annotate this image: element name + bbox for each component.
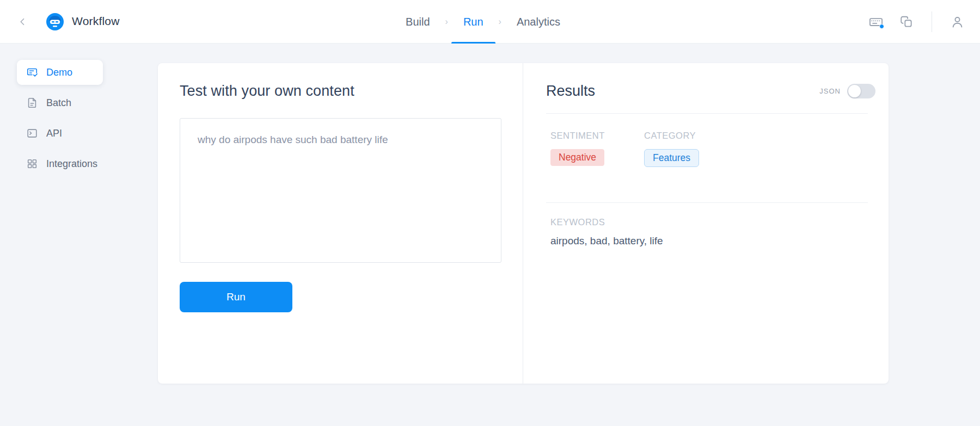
keywords-label: KEYWORDS (550, 217, 605, 227)
tab-run[interactable]: Run (451, 0, 495, 44)
tab-analytics[interactable]: Analytics (505, 0, 572, 44)
category-label: CATEGORY (644, 131, 699, 141)
main-card: Test with your own content why do airpod… (158, 63, 889, 384)
breadcrumb: Build › Run › Analytics (394, 0, 572, 44)
test-content-input[interactable]: why do airpods have such bad battery lif… (180, 118, 501, 263)
copy-workflow-button[interactable] (897, 12, 916, 32)
batch-document-icon (26, 97, 38, 109)
app-logo-icon (46, 13, 64, 31)
user-account-button[interactable] (947, 12, 967, 32)
results-panel: Results JSON SENTIMENT Negative CATEGORY… (523, 63, 889, 384)
sidebar: Demo Batch API (17, 60, 103, 182)
chevron-right-icon: › (499, 17, 501, 27)
notification-dot (879, 24, 884, 29)
chevron-right-icon: › (445, 17, 448, 27)
test-panel: Test with your own content why do airpod… (158, 63, 523, 384)
json-toggle-knob (848, 85, 861, 97)
sentiment-value-badge: Negative (550, 149, 604, 166)
json-toggle[interactable] (847, 84, 875, 98)
header-divider (932, 11, 932, 32)
test-panel-heading: Test with your own content (180, 83, 354, 100)
app-header: Workflow Build › Run › Analytics (0, 0, 980, 44)
keyboard-shortcuts-button[interactable] (866, 12, 886, 32)
keywords-value: airpods, bad, battery, life (550, 235, 663, 247)
category-value-badge: Features (644, 149, 699, 167)
run-button[interactable]: Run (180, 282, 292, 312)
tab-build[interactable]: Build (394, 0, 442, 44)
sentiment-label: SENTIMENT (550, 131, 605, 141)
back-button[interactable] (15, 14, 30, 29)
chevron-left-icon (18, 17, 28, 27)
sentiment-field: SENTIMENT Negative (550, 131, 605, 166)
workflow-title: Workflow (72, 15, 120, 28)
integrations-grid-icon (26, 158, 38, 170)
results-heading: Results (546, 83, 595, 100)
keywords-divider (546, 202, 868, 203)
copy-icon (899, 15, 914, 29)
sidebar-item-label: Batch (46, 97, 71, 109)
sidebar-item-api[interactable]: API (17, 121, 103, 146)
sidebar-item-demo[interactable]: Demo (17, 60, 103, 85)
category-field: CATEGORY Features (644, 131, 699, 167)
sidebar-item-label: Demo (46, 67, 72, 78)
json-switch-group: JSON (819, 84, 875, 98)
sidebar-item-label: Integrations (46, 158, 97, 170)
user-icon (950, 15, 965, 29)
sidebar-item-label: API (46, 128, 62, 139)
json-toggle-label: JSON (819, 87, 841, 95)
sidebar-item-integrations[interactable]: Integrations (17, 151, 103, 176)
api-terminal-icon (26, 127, 38, 139)
results-divider (546, 113, 868, 114)
demo-checklist-icon (26, 66, 38, 78)
header-actions (866, 0, 967, 44)
sidebar-item-batch[interactable]: Batch (17, 90, 103, 115)
